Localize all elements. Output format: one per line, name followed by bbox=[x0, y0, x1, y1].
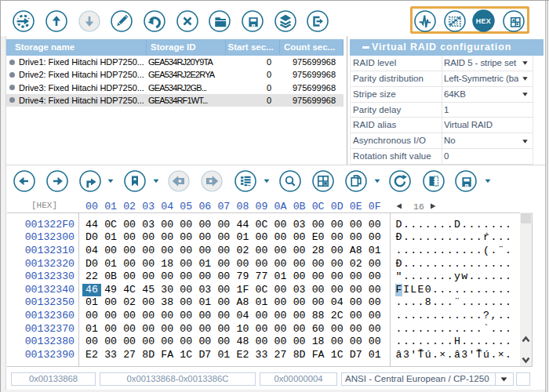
svg-text:HEX: HEX bbox=[476, 17, 491, 25]
